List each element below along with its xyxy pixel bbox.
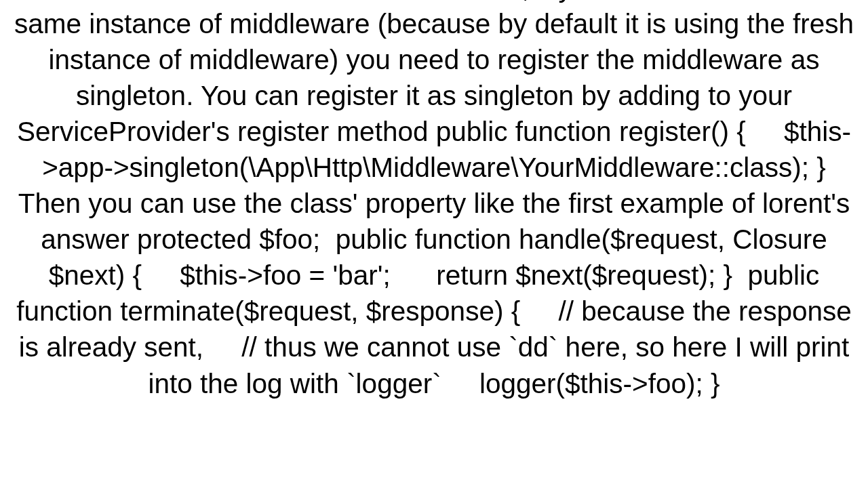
document-content: Answer 1: As mentioned in documentation,… — [0, 0, 868, 488]
answer-body-text: Answer 1: As mentioned in documentation,… — [7, 0, 861, 402]
